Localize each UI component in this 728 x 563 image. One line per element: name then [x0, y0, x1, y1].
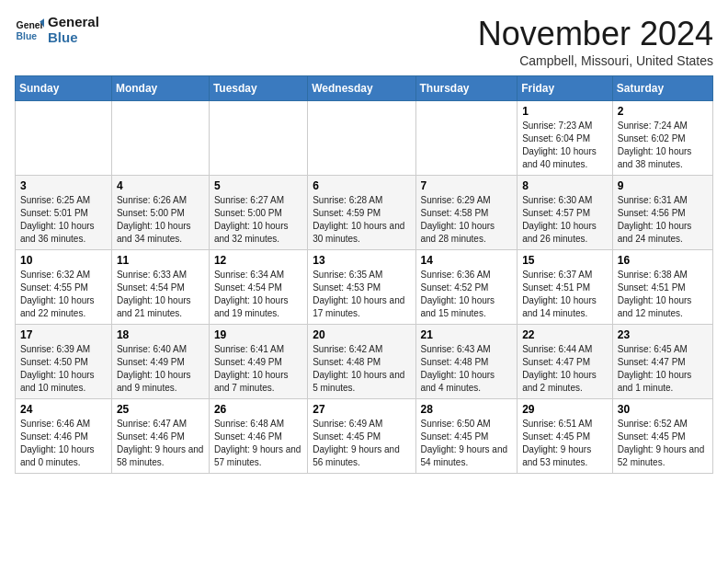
- calendar-week-row: 1Sunrise: 7:23 AM Sunset: 6:04 PM Daylig…: [16, 101, 713, 176]
- day-info: Sunrise: 6:46 AM Sunset: 4:46 PM Dayligh…: [20, 418, 107, 469]
- day-info: Sunrise: 6:34 AM Sunset: 4:54 PM Dayligh…: [214, 269, 302, 320]
- day-number: 26: [214, 403, 302, 416]
- calendar-cell: 22Sunrise: 6:44 AM Sunset: 4:47 PM Dayli…: [518, 325, 613, 399]
- day-info: Sunrise: 6:52 AM Sunset: 4:45 PM Dayligh…: [618, 418, 708, 469]
- logo-general: General: [48, 15, 99, 30]
- day-number: 28: [421, 403, 513, 416]
- day-info: Sunrise: 6:40 AM Sunset: 4:49 PM Dayligh…: [117, 343, 204, 395]
- day-number: 8: [522, 179, 608, 192]
- day-number: 27: [313, 403, 410, 416]
- day-number: 16: [618, 254, 708, 267]
- month-title: November 2024: [478, 15, 713, 53]
- calendar-cell: 15Sunrise: 6:37 AM Sunset: 4:51 PM Dayli…: [518, 250, 613, 325]
- day-info: Sunrise: 6:29 AM Sunset: 4:58 PM Dayligh…: [421, 194, 513, 246]
- logo: General Blue General Blue: [15, 15, 99, 45]
- calendar-week-row: 17Sunrise: 6:39 AM Sunset: 4:50 PM Dayli…: [16, 325, 713, 399]
- day-info: Sunrise: 6:41 AM Sunset: 4:49 PM Dayligh…: [214, 343, 302, 395]
- day-number: 19: [214, 328, 302, 341]
- day-info: Sunrise: 6:48 AM Sunset: 4:46 PM Dayligh…: [214, 418, 302, 469]
- day-info: Sunrise: 6:38 AM Sunset: 4:51 PM Dayligh…: [618, 269, 708, 320]
- calendar-cell: 13Sunrise: 6:35 AM Sunset: 4:53 PM Dayli…: [308, 250, 415, 325]
- day-number: 1: [522, 105, 608, 118]
- day-info: Sunrise: 6:31 AM Sunset: 4:56 PM Dayligh…: [618, 194, 708, 246]
- day-header-monday: Monday: [111, 76, 209, 101]
- calendar-cell: 9Sunrise: 6:31 AM Sunset: 4:56 PM Daylig…: [612, 176, 712, 250]
- day-number: 9: [618, 179, 708, 192]
- calendar-cell: 16Sunrise: 6:38 AM Sunset: 4:51 PM Dayli…: [612, 250, 712, 325]
- day-info: Sunrise: 6:33 AM Sunset: 4:54 PM Dayligh…: [117, 269, 204, 320]
- calendar-cell: 19Sunrise: 6:41 AM Sunset: 4:49 PM Dayli…: [209, 325, 307, 399]
- day-number: 15: [522, 254, 608, 267]
- day-number: 21: [421, 328, 513, 341]
- day-info: Sunrise: 6:42 AM Sunset: 4:48 PM Dayligh…: [313, 343, 410, 395]
- calendar-cell: [415, 101, 518, 176]
- calendar-cell: 11Sunrise: 6:33 AM Sunset: 4:54 PM Dayli…: [111, 250, 209, 325]
- svg-text:General: General: [17, 20, 44, 30]
- calendar-cell: 24Sunrise: 6:46 AM Sunset: 4:46 PM Dayli…: [16, 399, 112, 474]
- day-number: 10: [20, 254, 107, 267]
- calendar-week-row: 24Sunrise: 6:46 AM Sunset: 4:46 PM Dayli…: [16, 399, 713, 474]
- logo-icon: General Blue: [15, 16, 44, 45]
- day-info: Sunrise: 6:26 AM Sunset: 5:00 PM Dayligh…: [117, 194, 204, 246]
- calendar-cell: 18Sunrise: 6:40 AM Sunset: 4:49 PM Dayli…: [111, 325, 209, 399]
- day-info: Sunrise: 6:27 AM Sunset: 5:00 PM Dayligh…: [214, 194, 302, 246]
- day-header-tuesday: Tuesday: [209, 76, 307, 101]
- calendar-cell: 2Sunrise: 7:24 AM Sunset: 6:02 PM Daylig…: [612, 101, 712, 176]
- calendar-cell: 21Sunrise: 6:43 AM Sunset: 4:48 PM Dayli…: [415, 325, 518, 399]
- day-number: 22: [522, 328, 608, 341]
- day-info: Sunrise: 6:28 AM Sunset: 4:59 PM Dayligh…: [313, 194, 410, 246]
- day-info: Sunrise: 7:23 AM Sunset: 6:04 PM Dayligh…: [522, 120, 608, 171]
- title-area: November 2024 Campbell, Missouri, United…: [478, 15, 713, 68]
- calendar-cell: 8Sunrise: 6:30 AM Sunset: 4:57 PM Daylig…: [518, 176, 613, 250]
- day-number: 30: [618, 403, 708, 416]
- day-info: Sunrise: 6:45 AM Sunset: 4:47 PM Dayligh…: [618, 343, 708, 395]
- day-number: 4: [117, 179, 204, 192]
- day-header-friday: Friday: [518, 76, 613, 101]
- day-header-thursday: Thursday: [415, 76, 518, 101]
- day-number: 23: [618, 328, 708, 341]
- calendar-cell: [16, 101, 112, 176]
- day-number: 20: [313, 328, 410, 341]
- day-info: Sunrise: 6:39 AM Sunset: 4:50 PM Dayligh…: [20, 343, 107, 395]
- calendar-cell: 4Sunrise: 6:26 AM Sunset: 5:00 PM Daylig…: [111, 176, 209, 250]
- day-header-wednesday: Wednesday: [308, 76, 415, 101]
- day-number: 3: [20, 179, 107, 192]
- day-number: 7: [421, 179, 513, 192]
- calendar-cell: 26Sunrise: 6:48 AM Sunset: 4:46 PM Dayli…: [209, 399, 307, 474]
- calendar-table: SundayMondayTuesdayWednesdayThursdayFrid…: [15, 75, 713, 474]
- calendar-week-row: 3Sunrise: 6:25 AM Sunset: 5:01 PM Daylig…: [16, 176, 713, 250]
- day-header-saturday: Saturday: [612, 76, 712, 101]
- day-number: 18: [117, 328, 204, 341]
- calendar-cell: 17Sunrise: 6:39 AM Sunset: 4:50 PM Dayli…: [16, 325, 112, 399]
- calendar-cell: 25Sunrise: 6:47 AM Sunset: 4:46 PM Dayli…: [111, 399, 209, 474]
- day-info: Sunrise: 6:32 AM Sunset: 4:55 PM Dayligh…: [20, 269, 107, 320]
- calendar-cell: 10Sunrise: 6:32 AM Sunset: 4:55 PM Dayli…: [16, 250, 112, 325]
- day-info: Sunrise: 6:44 AM Sunset: 4:47 PM Dayligh…: [522, 343, 608, 395]
- day-number: 29: [522, 403, 608, 416]
- day-number: 17: [20, 328, 107, 341]
- calendar-cell: 30Sunrise: 6:52 AM Sunset: 4:45 PM Dayli…: [612, 399, 712, 474]
- calendar-cell: 14Sunrise: 6:36 AM Sunset: 4:52 PM Dayli…: [415, 250, 518, 325]
- day-info: Sunrise: 6:37 AM Sunset: 4:51 PM Dayligh…: [522, 269, 608, 320]
- day-info: Sunrise: 6:49 AM Sunset: 4:45 PM Dayligh…: [313, 418, 410, 469]
- day-number: 13: [313, 254, 410, 267]
- day-number: 25: [117, 403, 204, 416]
- calendar-cell: 12Sunrise: 6:34 AM Sunset: 4:54 PM Dayli…: [209, 250, 307, 325]
- day-number: 24: [20, 403, 107, 416]
- logo-blue: Blue: [48, 30, 99, 46]
- day-number: 2: [618, 105, 708, 118]
- calendar-cell: 7Sunrise: 6:29 AM Sunset: 4:58 PM Daylig…: [415, 176, 518, 250]
- day-info: Sunrise: 6:47 AM Sunset: 4:46 PM Dayligh…: [117, 418, 204, 469]
- day-info: Sunrise: 7:24 AM Sunset: 6:02 PM Dayligh…: [618, 120, 708, 171]
- day-info: Sunrise: 6:36 AM Sunset: 4:52 PM Dayligh…: [421, 269, 513, 320]
- calendar-cell: [308, 101, 415, 176]
- day-number: 12: [214, 254, 302, 267]
- calendar-cell: 3Sunrise: 6:25 AM Sunset: 5:01 PM Daylig…: [16, 176, 112, 250]
- calendar-cell: 1Sunrise: 7:23 AM Sunset: 6:04 PM Daylig…: [518, 101, 613, 176]
- day-number: 6: [313, 179, 410, 192]
- calendar-body: 1Sunrise: 7:23 AM Sunset: 6:04 PM Daylig…: [16, 101, 713, 474]
- calendar-cell: 6Sunrise: 6:28 AM Sunset: 4:59 PM Daylig…: [308, 176, 415, 250]
- svg-text:Blue: Blue: [17, 30, 38, 40]
- calendar-week-row: 10Sunrise: 6:32 AM Sunset: 4:55 PM Dayli…: [16, 250, 713, 325]
- calendar-cell: [209, 101, 307, 176]
